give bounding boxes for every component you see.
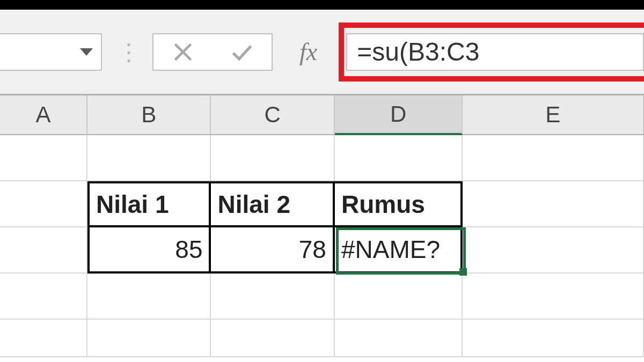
cell-C2[interactable]: Nilai 2 — [211, 181, 334, 227]
cell-D2[interactable]: Rumus — [335, 181, 463, 227]
column-headers-row: A B C D E — [0, 95, 644, 135]
cell-D4[interactable] — [335, 274, 463, 320]
row-2: Nilai 1 Nilai 2 Rumus — [0, 181, 644, 227]
formula-bar-separator: ⋮ — [117, 33, 137, 71]
cell-E4[interactable] — [463, 274, 644, 320]
column-header-B[interactable]: B — [87, 95, 211, 134]
cell-A2[interactable] — [0, 181, 87, 227]
formula-bar-buttons — [152, 33, 273, 71]
cell-E2[interactable] — [463, 181, 644, 227]
cell-C5[interactable] — [211, 320, 334, 357]
cell-C1[interactable] — [211, 135, 334, 181]
cell-B3[interactable]: 85 — [87, 227, 211, 274]
cell-A3[interactable] — [0, 227, 87, 274]
row-3: 85 78 #NAME? — [0, 227, 644, 274]
formula-input-container: =su(B3:C3 — [339, 23, 644, 82]
column-header-D[interactable]: D — [335, 95, 463, 135]
cell-D5[interactable] — [335, 320, 463, 357]
row-5 — [0, 320, 644, 357]
cell-D1[interactable] — [335, 135, 463, 181]
cell-E5[interactable] — [463, 320, 644, 357]
cell-A1[interactable] — [0, 135, 87, 181]
check-icon — [230, 40, 254, 64]
confirm-formula-button[interactable] — [229, 39, 255, 65]
cell-A4[interactable] — [0, 274, 87, 320]
fx-label[interactable]: fx — [299, 38, 317, 66]
cancel-formula-button[interactable] — [170, 39, 196, 65]
spreadsheet-grid: Nilai 1 Nilai 2 Rumus 85 78 #NAME? — [0, 135, 644, 357]
column-header-C[interactable]: C — [211, 95, 334, 134]
cell-D3[interactable]: #NAME? — [335, 227, 463, 274]
cell-C3[interactable]: 78 — [211, 227, 334, 274]
column-header-A[interactable]: A — [0, 95, 87, 134]
cell-B5[interactable] — [87, 320, 211, 357]
window-top-border — [0, 0, 644, 10]
formula-input[interactable]: =su(B3:C3 — [346, 33, 644, 71]
row-4 — [0, 274, 644, 320]
name-box[interactable] — [0, 33, 102, 71]
cell-C4[interactable] — [211, 274, 334, 320]
cell-B2[interactable]: Nilai 1 — [87, 181, 211, 227]
formula-bar: ⋮ fx =su(B3:C3 — [0, 10, 644, 95]
cell-E1[interactable] — [463, 135, 644, 181]
name-box-container — [0, 33, 102, 71]
cell-B1[interactable] — [87, 135, 211, 181]
x-icon — [171, 40, 195, 64]
cell-B4[interactable] — [87, 274, 211, 320]
name-box-dropdown-icon[interactable] — [80, 48, 93, 56]
cell-A5[interactable] — [0, 320, 87, 357]
cell-E3[interactable] — [463, 227, 644, 274]
column-header-E[interactable]: E — [463, 95, 644, 134]
row-1 — [0, 135, 644, 181]
